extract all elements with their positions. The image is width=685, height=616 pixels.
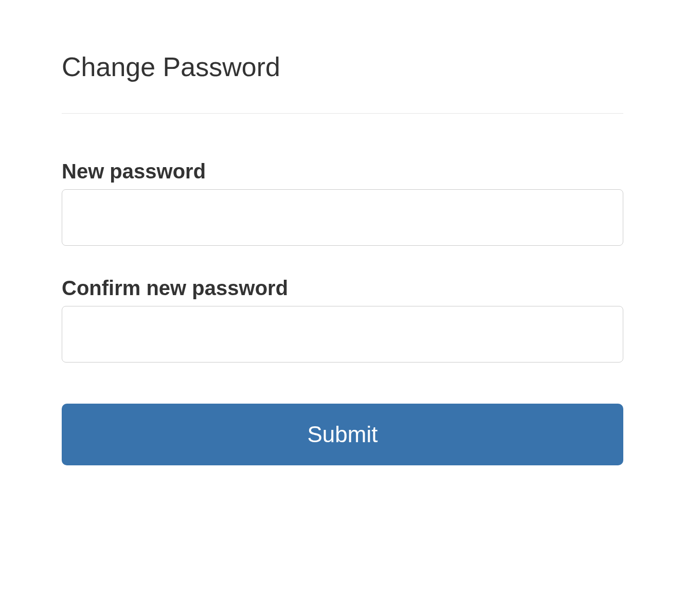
- new-password-label: New password: [62, 160, 623, 183]
- page-title: Change Password: [62, 51, 623, 82]
- confirm-password-input[interactable]: [62, 306, 623, 363]
- change-password-form: New password Confirm new password Submit: [62, 160, 623, 465]
- new-password-group: New password: [62, 160, 623, 246]
- confirm-password-group: Confirm new password: [62, 277, 623, 363]
- new-password-input[interactable]: [62, 189, 623, 246]
- divider: [62, 113, 623, 114]
- submit-button[interactable]: Submit: [62, 404, 623, 465]
- confirm-password-label: Confirm new password: [62, 277, 623, 300]
